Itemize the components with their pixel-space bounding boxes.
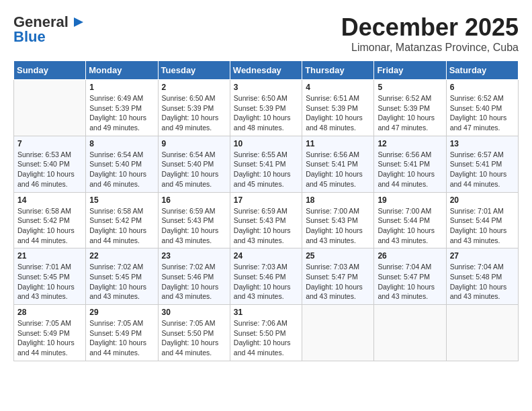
- day-number: 19: [378, 195, 442, 205]
- day-info: Sunrise: 6:51 AM Sunset: 5:39 PM Dayligh…: [306, 93, 370, 133]
- weekday-header-monday: Monday: [86, 61, 158, 80]
- day-number: 29: [89, 308, 154, 317]
- day-number: 9: [162, 139, 226, 148]
- calendar-cell: 8Sunrise: 6:54 AM Sunset: 5:40 PM Daylig…: [86, 136, 158, 192]
- calendar-cell: 26Sunrise: 7:04 AM Sunset: 5:47 PM Dayli…: [374, 248, 446, 305]
- day-info: Sunrise: 6:53 AM Sunset: 5:40 PM Dayligh…: [17, 150, 82, 189]
- calendar-cell: 19Sunrise: 7:00 AM Sunset: 5:44 PM Dayli…: [374, 192, 446, 248]
- day-number: 12: [378, 139, 442, 148]
- weekday-header-wednesday: Wednesday: [230, 61, 302, 80]
- day-info: Sunrise: 7:03 AM Sunset: 5:46 PM Dayligh…: [234, 262, 298, 302]
- weekday-header-friday: Friday: [374, 61, 446, 80]
- day-info: Sunrise: 7:03 AM Sunset: 5:47 PM Dayligh…: [306, 262, 370, 302]
- calendar-cell: 24Sunrise: 7:03 AM Sunset: 5:46 PM Dayli…: [230, 248, 302, 305]
- month-title: December 2025: [341, 13, 519, 42]
- day-info: Sunrise: 6:49 AM Sunset: 5:39 PM Dayligh…: [89, 93, 154, 133]
- day-number: 7: [17, 139, 82, 148]
- calendar-cell: 22Sunrise: 7:02 AM Sunset: 5:45 PM Dayli…: [86, 248, 158, 305]
- day-number: 25: [306, 251, 370, 261]
- day-number: 22: [89, 251, 154, 261]
- calendar-cell: 25Sunrise: 7:03 AM Sunset: 5:47 PM Dayli…: [302, 248, 374, 305]
- day-info: Sunrise: 6:58 AM Sunset: 5:42 PM Dayligh…: [17, 206, 82, 246]
- day-info: Sunrise: 6:59 AM Sunset: 5:43 PM Dayligh…: [162, 206, 226, 246]
- day-number: 4: [306, 83, 370, 92]
- calendar-cell: 13Sunrise: 6:57 AM Sunset: 5:41 PM Dayli…: [446, 136, 518, 192]
- day-info: Sunrise: 7:02 AM Sunset: 5:45 PM Dayligh…: [89, 262, 154, 302]
- calendar-week-row: 1Sunrise: 6:49 AM Sunset: 5:39 PM Daylig…: [14, 80, 519, 136]
- weekday-header-sunday: Sunday: [14, 61, 86, 80]
- day-number: 5: [378, 83, 442, 92]
- logo-blue: Blue: [13, 28, 46, 46]
- day-number: 20: [450, 195, 515, 205]
- weekday-header-thursday: Thursday: [302, 61, 374, 80]
- day-info: Sunrise: 6:59 AM Sunset: 5:43 PM Dayligh…: [234, 206, 298, 246]
- calendar-week-row: 21Sunrise: 7:01 AM Sunset: 5:45 PM Dayli…: [14, 248, 519, 305]
- calendar-table: SundayMondayTuesdayWednesdayThursdayFrid…: [13, 60, 519, 361]
- calendar-cell: 30Sunrise: 7:05 AM Sunset: 5:50 PM Dayli…: [158, 305, 230, 361]
- calendar-cell: 11Sunrise: 6:56 AM Sunset: 5:41 PM Dayli…: [302, 136, 374, 192]
- svg-marker-0: [74, 17, 83, 27]
- calendar-cell: 3Sunrise: 6:50 AM Sunset: 5:39 PM Daylig…: [230, 80, 302, 136]
- day-number: 3: [234, 83, 298, 92]
- calendar-week-row: 7Sunrise: 6:53 AM Sunset: 5:40 PM Daylig…: [14, 136, 519, 192]
- calendar-cell: 2Sunrise: 6:50 AM Sunset: 5:39 PM Daylig…: [158, 80, 230, 136]
- day-info: Sunrise: 7:05 AM Sunset: 5:50 PM Dayligh…: [162, 318, 226, 358]
- weekday-header-row: SundayMondayTuesdayWednesdayThursdayFrid…: [14, 61, 519, 80]
- calendar-cell: 27Sunrise: 7:04 AM Sunset: 5:48 PM Dayli…: [446, 248, 518, 305]
- day-number: 10: [234, 139, 298, 148]
- day-info: Sunrise: 6:57 AM Sunset: 5:41 PM Dayligh…: [450, 150, 515, 189]
- calendar-cell: 5Sunrise: 6:52 AM Sunset: 5:39 PM Daylig…: [374, 80, 446, 136]
- day-number: 24: [234, 251, 298, 261]
- weekday-header-tuesday: Tuesday: [158, 61, 230, 80]
- calendar-cell: [446, 305, 518, 361]
- day-number: 15: [89, 195, 154, 205]
- day-number: 1: [89, 83, 154, 92]
- day-number: 31: [234, 308, 298, 317]
- day-number: 21: [17, 251, 82, 261]
- calendar-cell: 10Sunrise: 6:55 AM Sunset: 5:41 PM Dayli…: [230, 136, 302, 192]
- calendar-cell: 14Sunrise: 6:58 AM Sunset: 5:42 PM Dayli…: [14, 192, 86, 248]
- day-number: 16: [162, 195, 226, 205]
- calendar-cell: 21Sunrise: 7:01 AM Sunset: 5:45 PM Dayli…: [14, 248, 86, 305]
- day-info: Sunrise: 7:05 AM Sunset: 5:49 PM Dayligh…: [89, 318, 154, 358]
- day-number: 28: [17, 308, 82, 317]
- day-number: 23: [162, 251, 226, 261]
- day-info: Sunrise: 6:54 AM Sunset: 5:40 PM Dayligh…: [162, 150, 226, 189]
- calendar-cell: [374, 305, 446, 361]
- day-info: Sunrise: 6:52 AM Sunset: 5:40 PM Dayligh…: [450, 93, 515, 133]
- calendar-cell: 23Sunrise: 7:02 AM Sunset: 5:46 PM Dayli…: [158, 248, 230, 305]
- day-info: Sunrise: 7:01 AM Sunset: 5:44 PM Dayligh…: [450, 206, 515, 246]
- calendar-week-row: 28Sunrise: 7:05 AM Sunset: 5:49 PM Dayli…: [14, 305, 519, 361]
- logo: General Blue: [13, 13, 85, 46]
- day-info: Sunrise: 7:00 AM Sunset: 5:44 PM Dayligh…: [378, 206, 442, 246]
- title-block: December 2025 Limonar, Matanzas Province…: [341, 13, 519, 54]
- calendar-cell: 28Sunrise: 7:05 AM Sunset: 5:49 PM Dayli…: [14, 305, 86, 361]
- day-number: 11: [306, 139, 370, 148]
- day-number: 30: [162, 308, 226, 317]
- calendar-cell: 29Sunrise: 7:05 AM Sunset: 5:49 PM Dayli…: [86, 305, 158, 361]
- day-info: Sunrise: 7:04 AM Sunset: 5:47 PM Dayligh…: [378, 262, 442, 302]
- calendar-cell: 20Sunrise: 7:01 AM Sunset: 5:44 PM Dayli…: [446, 192, 518, 248]
- day-info: Sunrise: 6:50 AM Sunset: 5:39 PM Dayligh…: [162, 93, 226, 133]
- calendar-cell: [302, 305, 374, 361]
- day-info: Sunrise: 6:55 AM Sunset: 5:41 PM Dayligh…: [234, 150, 298, 189]
- calendar-cell: 4Sunrise: 6:51 AM Sunset: 5:39 PM Daylig…: [302, 80, 374, 136]
- day-info: Sunrise: 7:00 AM Sunset: 5:43 PM Dayligh…: [306, 206, 370, 246]
- location: Limonar, Matanzas Province, Cuba: [341, 42, 519, 54]
- day-number: 8: [89, 139, 154, 148]
- day-info: Sunrise: 7:06 AM Sunset: 5:50 PM Dayligh…: [234, 318, 298, 358]
- day-info: Sunrise: 7:04 AM Sunset: 5:48 PM Dayligh…: [450, 262, 515, 302]
- page-header: General Blue December 2025 Limonar, Mata…: [13, 13, 519, 54]
- calendar-cell: 1Sunrise: 6:49 AM Sunset: 5:39 PM Daylig…: [86, 80, 158, 136]
- calendar-cell: 18Sunrise: 7:00 AM Sunset: 5:43 PM Dayli…: [302, 192, 374, 248]
- day-info: Sunrise: 6:58 AM Sunset: 5:42 PM Dayligh…: [89, 206, 154, 246]
- calendar-cell: 12Sunrise: 6:56 AM Sunset: 5:41 PM Dayli…: [374, 136, 446, 192]
- day-number: 6: [450, 83, 515, 92]
- day-info: Sunrise: 6:52 AM Sunset: 5:39 PM Dayligh…: [378, 93, 442, 133]
- calendar-cell: 17Sunrise: 6:59 AM Sunset: 5:43 PM Dayli…: [230, 192, 302, 248]
- day-info: Sunrise: 6:54 AM Sunset: 5:40 PM Dayligh…: [89, 150, 154, 189]
- calendar-cell: 7Sunrise: 6:53 AM Sunset: 5:40 PM Daylig…: [14, 136, 86, 192]
- calendar-cell: 9Sunrise: 6:54 AM Sunset: 5:40 PM Daylig…: [158, 136, 230, 192]
- day-number: 26: [378, 251, 442, 261]
- calendar-cell: 16Sunrise: 6:59 AM Sunset: 5:43 PM Dayli…: [158, 192, 230, 248]
